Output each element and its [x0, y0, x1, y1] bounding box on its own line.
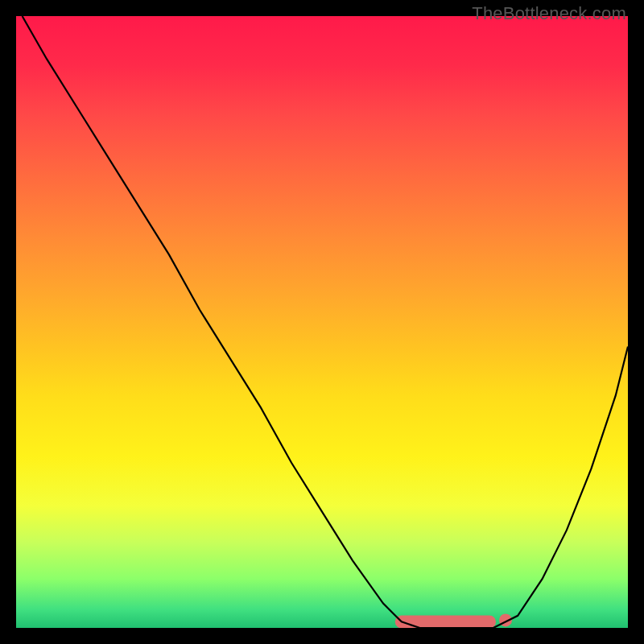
svg-point-1: [499, 613, 512, 626]
bottleneck-curve: [23, 16, 628, 628]
plot-area: [16, 16, 628, 628]
chart-frame: TheBottleneck.com: [0, 0, 644, 644]
watermark-text: TheBottleneck.com: [472, 3, 626, 24]
highlight-band: [402, 613, 512, 626]
curve-layer: [16, 16, 628, 628]
